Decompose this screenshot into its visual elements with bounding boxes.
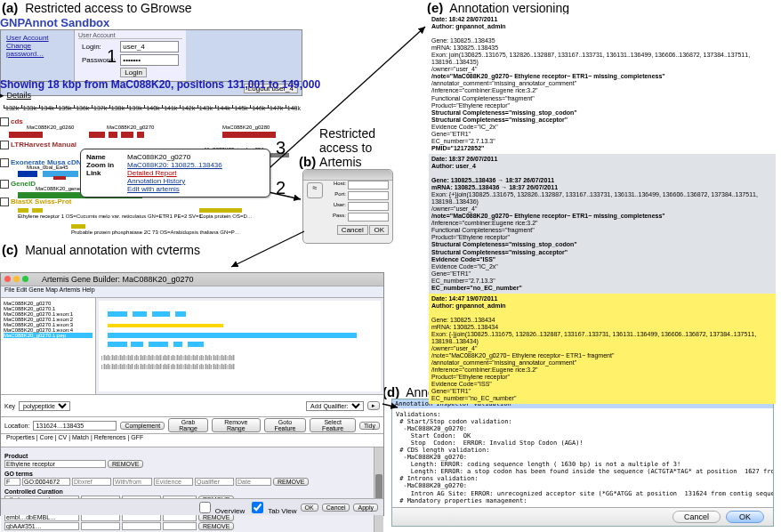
b-port-input[interactable]	[348, 191, 389, 200]
key-select[interactable]: polypeptide	[19, 401, 70, 411]
gb-cancel[interactable]: Cancel	[322, 504, 350, 512]
details-toggle-icon[interactable]: ▸	[0, 91, 4, 100]
label-b-text: Restricted access to Artemis	[319, 126, 382, 169]
bar-g0260[interactable]	[9, 132, 43, 138]
product-remove[interactable]: REMOVE	[108, 460, 143, 468]
tabview-check[interactable]: Tab View	[248, 499, 296, 516]
track-ltr-label: LTRHarvest Manual	[11, 141, 76, 149]
feat-g0270[interactable]: MaC088K20_g0270	[107, 125, 154, 130]
details-link[interactable]: Details	[7, 91, 32, 100]
b-host-input[interactable]	[348, 181, 389, 189]
go-dbxref[interactable]	[72, 478, 111, 486]
change-password-link[interactable]: Change password…	[6, 42, 68, 58]
minimize-icon[interactable]	[13, 276, 20, 282]
gb-tabs[interactable]: Properties | Core | CV | Match | Referen…	[1, 434, 383, 447]
blast-line3: Probable protein phosphatase 2C 73 OS=Ar…	[71, 230, 302, 235]
go-with[interactable]	[113, 478, 152, 486]
b-ok-button[interactable]: OK	[369, 225, 389, 235]
zoom-icon[interactable]	[22, 276, 28, 282]
track-blastx-label: BlastX Swiss-Prot	[11, 197, 71, 206]
gb-scroll-thumb[interactable]	[375, 474, 382, 499]
artemis-login-title[interactable]	[303, 170, 392, 181]
popup-edit-link[interactable]: Edit with artemis	[127, 185, 180, 193]
inspector-body: Validations: # Start/Stop codon validati…	[392, 408, 773, 517]
gb-apply[interactable]: Apply	[353, 504, 378, 512]
go-date[interactable]	[236, 478, 271, 486]
go-id[interactable]	[22, 478, 70, 486]
feat-musa[interactable]: Musa_0bal_Ea45	[27, 165, 68, 170]
gene-builder-title[interactable]: Artemis Gene Builder: MaC088K20_g0270	[1, 273, 383, 286]
go-evidence[interactable]	[154, 478, 193, 486]
track-cds-label: cds	[11, 117, 23, 125]
loc-goto[interactable]: Goto Feature	[264, 418, 307, 432]
tick: 132k	[4, 105, 19, 109]
track-geneid-label: GeneID	[11, 180, 36, 188]
loc-sel[interactable]: Select Feature	[310, 418, 356, 432]
login-left: User Account Change password…	[1, 30, 74, 81]
ruler: 132k 133k 134k 135k 136k 137k 138k 139k …	[4, 105, 297, 112]
gb-key-row: Key polypeptide Add Qualifier: ▸	[1, 395, 383, 417]
go-aspect[interactable]	[4, 478, 20, 486]
close-icon[interactable]	[4, 276, 11, 282]
region-heading: Showing 18 kbp from MaC088K20, positions…	[0, 78, 320, 91]
gb-ok[interactable]: OK	[301, 504, 318, 512]
loc-comp[interactable]: Complement	[120, 422, 165, 430]
popup-zoom-link[interactable]: MaC088K20: 130825..138436	[127, 161, 222, 169]
gene-canvas[interactable]: |‖|‖|‖|‖|‖|‖|‖|‖|‖|‖|‖|‖|‖|‖|‖|‖|‖|‖|‖|‖…	[99, 301, 381, 391]
popup-zoom-l: Zoom in	[86, 161, 127, 169]
popup-name-v: MaC088K20_g0270	[127, 153, 190, 161]
feat-g0260[interactable]: MaC088K20_g0260	[27, 125, 74, 130]
version-3: Date: 14:47 19/07/2011 Author: gnpannot_…	[429, 294, 776, 405]
b-cancel-button[interactable]: Cancel	[337, 225, 368, 235]
product-input[interactable]	[4, 460, 106, 468]
user-account-link[interactable]: User Account	[6, 34, 68, 42]
password-input[interactable]	[120, 54, 179, 66]
feat-g0280[interactable]: MaC088K20_g0280	[222, 125, 270, 130]
overview-check[interactable]: Overview	[196, 499, 246, 516]
loc-rm[interactable]: Remove Range	[212, 418, 261, 432]
popup-name-l: Name	[86, 153, 127, 161]
loc-tidy[interactable]: Tidy	[359, 422, 380, 430]
add-qualifier-go[interactable]: ▸	[367, 401, 380, 410]
b-port-l: Port:	[334, 191, 346, 200]
track-ltr-check[interactable]	[0, 141, 9, 149]
b-user-input[interactable]	[348, 202, 389, 211]
artemis-login-dialog: ≈ Host: Port: User: Pass: Cancel OK	[302, 169, 393, 244]
label-e-text: Annotation versioning	[449, 1, 569, 15]
gb-menubar[interactable]: File Edit Gene Map Artemis Help	[1, 286, 383, 298]
gb-scrollbar[interactable]	[374, 447, 383, 532]
callout-3: 3	[276, 138, 286, 158]
login-input[interactable]	[120, 41, 179, 52]
track-geneid-check[interactable]	[0, 180, 9, 189]
label-a-text: Restricted access to GBrowse	[25, 1, 192, 15]
loc-input[interactable]	[33, 421, 117, 431]
popup-history-link[interactable]: Annotation History	[127, 177, 185, 185]
track-blastx-check[interactable]	[0, 197, 9, 206]
popup-detailed-link[interactable]: Detailed Report	[127, 169, 177, 177]
b-user-l: User:	[334, 202, 346, 211]
artemis-logo-icon: ≈	[307, 182, 323, 198]
annotation-inspector-window: Annotation Inspector Validation Validati…	[391, 399, 774, 527]
track-cds-check[interactable]	[0, 117, 9, 126]
add-qualifier-select[interactable]: Add Qualifier:	[306, 401, 364, 411]
track-exo-check[interactable]	[0, 158, 9, 167]
b-host-l: Host:	[334, 181, 346, 189]
go-qual[interactable]	[195, 478, 234, 486]
login-button[interactable]: Login	[120, 68, 147, 77]
sandbox-title: GNPAnnot Sandbox	[0, 16, 302, 29]
b-pass-input[interactable]	[348, 213, 389, 222]
gene-builder-window: Artemis Gene Builder: MaC088K20_g0270 Fi…	[0, 272, 384, 516]
gb-title-text: Artemis Gene Builder: MaC088K20_g0270	[42, 275, 194, 284]
label-c-text: Manual annotation with cvterms	[25, 243, 200, 257]
inspector-ok[interactable]: OK	[726, 511, 764, 523]
feature-tree[interactable]: MaC088K20_g0270 MaC088K20_g0270.1 MaC088…	[1, 298, 96, 394]
versioning-panel: Date: 18:42 28/07/2011 Author: gnpannot_…	[429, 14, 776, 404]
popup-link-l: Link	[86, 169, 127, 177]
label-e-letter: (e)	[427, 0, 443, 15]
inspector-cancel[interactable]: Cancel	[672, 511, 721, 523]
label-a-letter: (a)	[2, 0, 18, 15]
cc-term-3[interactable]	[4, 522, 79, 530]
gb-loc-row: Location: Complement Grab Range Remove R…	[1, 417, 383, 434]
loc-grab[interactable]: Grab Range	[168, 418, 208, 432]
go-remove[interactable]: REMOVE	[273, 478, 309, 486]
